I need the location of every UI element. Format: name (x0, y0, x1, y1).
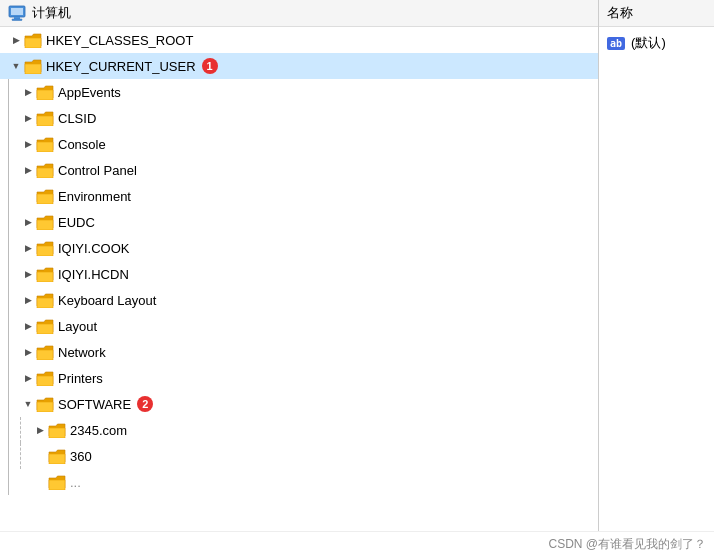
expand-icon[interactable]: ▶ (20, 214, 36, 230)
tree-row[interactable]: ▶ 360 (0, 443, 598, 469)
watermark: CSDN @有谁看见我的剑了？ (0, 531, 714, 557)
item-label: CLSID (58, 111, 96, 126)
tree-row[interactable]: ▶ IQIYI.HCDN (0, 261, 598, 287)
tree-row[interactable]: ▶ Layout (0, 313, 598, 339)
item-label: Control Panel (58, 163, 137, 178)
folder-icon (36, 188, 54, 204)
item-label: 2345.com (70, 423, 127, 438)
item-label: (默认) (631, 34, 666, 52)
expand-icon[interactable]: ▼ (8, 58, 24, 74)
tree-panel: 计算机 ▶ HKEY_CLASSES_ROOT ▼ (0, 0, 599, 531)
tree-row[interactable]: ▶ HKEY_CLASSES_ROOT (0, 27, 598, 53)
expand-icon[interactable]: ▶ (32, 422, 48, 438)
svg-rect-2 (14, 17, 20, 19)
item-label: Keyboard Layout (58, 293, 156, 308)
tree-body[interactable]: ▶ HKEY_CLASSES_ROOT ▼ (0, 27, 598, 531)
tree-row[interactable]: ▶ Control Panel (0, 157, 598, 183)
expand-icon[interactable]: ▶ (20, 370, 36, 386)
expand-icon[interactable]: ▶ (20, 110, 36, 126)
item-label: Network (58, 345, 106, 360)
badge: 1 (202, 58, 218, 74)
expand-icon[interactable]: ▶ (20, 240, 36, 256)
folder-icon (36, 84, 54, 100)
expand-icon[interactable]: ▶ (20, 344, 36, 360)
tree-row[interactable]: ▶ AppEvents (0, 79, 598, 105)
registry-value-item[interactable]: ab (默认) (599, 31, 714, 55)
tree-row[interactable]: ▶ CLSID (0, 105, 598, 131)
badge: 2 (137, 396, 153, 412)
expand-icon[interactable]: ▶ (8, 32, 24, 48)
item-label: IQIYI.HCDN (58, 267, 129, 282)
tree-row[interactable]: ▶ Environment (0, 183, 598, 209)
tree-row[interactable]: ... (0, 469, 598, 495)
expand-icon[interactable]: ▶ (20, 84, 36, 100)
folder-icon (36, 136, 54, 152)
item-label: SOFTWARE (58, 397, 131, 412)
folder-icon (24, 58, 42, 74)
item-label: Layout (58, 319, 97, 334)
main-container: 计算机 ▶ HKEY_CLASSES_ROOT ▼ (0, 0, 714, 531)
item-label: 360 (70, 449, 92, 464)
folder-icon (48, 448, 66, 464)
expand-icon[interactable]: ▶ (20, 292, 36, 308)
folder-icon (36, 266, 54, 282)
tree-title: 计算机 (32, 4, 71, 22)
tree-row[interactable]: ▼ HKEY_CURRENT_USER 1 (0, 53, 598, 79)
right-panel: 名称 ab (默认) (599, 0, 714, 531)
folder-icon (24, 32, 42, 48)
expand-icon[interactable]: ▶ (20, 266, 36, 282)
item-label: AppEvents (58, 85, 121, 100)
tree-header: 计算机 (0, 0, 598, 27)
expand-icon[interactable]: ▶ (20, 162, 36, 178)
expand-icon[interactable]: ▶ (20, 318, 36, 334)
svg-rect-3 (12, 19, 22, 21)
folder-icon (48, 422, 66, 438)
item-label: Environment (58, 189, 131, 204)
tree-row[interactable]: ▶ Network (0, 339, 598, 365)
tree-row[interactable]: ▶ EUDC (0, 209, 598, 235)
svg-rect-1 (11, 8, 23, 15)
right-header: 名称 (599, 0, 714, 27)
expand-icon[interactable]: ▼ (20, 396, 36, 412)
item-label: ... (70, 475, 81, 490)
folder-icon (36, 110, 54, 126)
computer-icon (8, 4, 26, 22)
folder-icon (36, 370, 54, 386)
folder-icon (48, 474, 66, 490)
item-label: Console (58, 137, 106, 152)
item-label: EUDC (58, 215, 95, 230)
tree-row[interactable]: ▶ 2345.com (0, 417, 598, 443)
right-body: ab (默认) (599, 27, 714, 531)
item-label: HKEY_CURRENT_USER (46, 59, 196, 74)
folder-icon (36, 214, 54, 230)
tree-row[interactable]: ▼ SOFTWARE 2 (0, 391, 598, 417)
folder-icon (36, 318, 54, 334)
folder-icon (36, 240, 54, 256)
tree-row[interactable]: ▶ Keyboard Layout (0, 287, 598, 313)
tree-row[interactable]: ▶ Console (0, 131, 598, 157)
ab-icon: ab (607, 37, 625, 50)
tree-row[interactable]: ▶ Printers (0, 365, 598, 391)
item-label: Printers (58, 371, 103, 386)
item-label: IQIYI.COOK (58, 241, 130, 256)
tree-row[interactable]: ▶ IQIYI.COOK (0, 235, 598, 261)
folder-icon (36, 344, 54, 360)
item-label: HKEY_CLASSES_ROOT (46, 33, 193, 48)
folder-icon (36, 292, 54, 308)
folder-icon (36, 162, 54, 178)
folder-icon (36, 396, 54, 412)
expand-icon[interactable]: ▶ (20, 136, 36, 152)
